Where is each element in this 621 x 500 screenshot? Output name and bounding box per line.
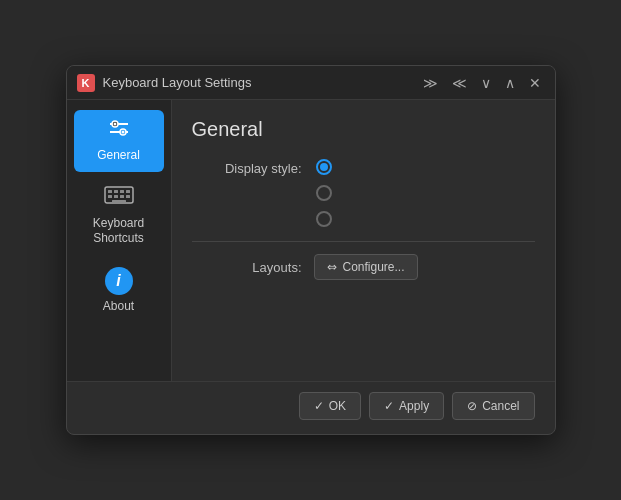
radio-option-2[interactable] xyxy=(316,185,332,201)
content-area: General Display style: xyxy=(172,100,555,381)
configure-icon: ⇔ xyxy=(327,260,337,274)
main-window: K Keyboard Layout Settings ≫ ≪ ∨ ∧ ✕ xyxy=(66,65,556,435)
minimize-double-btn[interactable]: ≫ xyxy=(419,74,442,92)
sidebar-item-general-label: General xyxy=(97,148,140,164)
layouts-label: Layouts: xyxy=(192,260,302,275)
configure-button[interactable]: ⇔ Configure... xyxy=(314,254,418,280)
sidebar-item-general[interactable]: General xyxy=(74,110,164,172)
maximize-double-btn[interactable]: ≪ xyxy=(448,74,471,92)
radio-2[interactable] xyxy=(316,185,332,201)
svg-rect-13 xyxy=(120,195,124,198)
separator xyxy=(192,241,535,242)
svg-rect-14 xyxy=(126,195,130,198)
sidebar-item-keyboard-label: Keyboard Shortcuts xyxy=(78,216,160,247)
svg-rect-7 xyxy=(108,190,112,193)
svg-rect-11 xyxy=(108,195,112,198)
cancel-icon: ⊘ xyxy=(467,399,477,413)
layouts-row: Layouts: ⇔ Configure... xyxy=(192,254,535,280)
svg-rect-9 xyxy=(120,190,124,193)
titlebar: K Keyboard Layout Settings ≫ ≪ ∨ ∧ ✕ xyxy=(67,66,555,100)
svg-rect-8 xyxy=(114,190,118,193)
apply-icon: ✓ xyxy=(384,399,394,413)
svg-point-2 xyxy=(113,123,116,126)
maximize-btn[interactable]: ∧ xyxy=(501,74,519,92)
ok-icon: ✓ xyxy=(314,399,324,413)
page-title: General xyxy=(192,118,535,141)
sidebar: General xyxy=(67,100,172,381)
radio-option-3[interactable] xyxy=(316,211,332,227)
svg-rect-12 xyxy=(114,195,118,198)
footer: ✓ OK ✓ Apply ⊘ Cancel xyxy=(67,381,555,434)
ok-button[interactable]: ✓ OK xyxy=(299,392,361,420)
svg-point-5 xyxy=(121,131,124,134)
svg-rect-15 xyxy=(112,200,126,203)
minimize-btn[interactable]: ∨ xyxy=(477,74,495,92)
cancel-label: Cancel xyxy=(482,399,519,413)
sidebar-item-about-label: About xyxy=(103,299,134,315)
apply-button[interactable]: ✓ Apply xyxy=(369,392,444,420)
display-style-row: Display style: xyxy=(192,159,535,227)
ok-label: OK xyxy=(329,399,346,413)
window-title: Keyboard Layout Settings xyxy=(103,75,411,90)
svg-rect-10 xyxy=(126,190,130,193)
main-area: General xyxy=(67,100,555,381)
sidebar-item-about[interactable]: i About xyxy=(74,259,164,323)
close-btn[interactable]: ✕ xyxy=(525,74,545,92)
configure-label: Configure... xyxy=(343,260,405,274)
radio-1[interactable] xyxy=(316,159,332,175)
keyboard-icon xyxy=(104,184,134,212)
display-style-label: Display style: xyxy=(192,159,302,176)
general-icon xyxy=(106,118,132,144)
radio-group xyxy=(316,159,332,227)
about-icon: i xyxy=(105,267,133,295)
apply-label: Apply xyxy=(399,399,429,413)
radio-3[interactable] xyxy=(316,211,332,227)
cancel-button[interactable]: ⊘ Cancel xyxy=(452,392,534,420)
radio-option-1[interactable] xyxy=(316,159,332,175)
app-icon: K xyxy=(77,74,95,92)
sidebar-item-keyboard-shortcuts[interactable]: Keyboard Shortcuts xyxy=(74,176,164,255)
titlebar-controls: ≫ ≪ ∨ ∧ ✕ xyxy=(419,74,545,92)
